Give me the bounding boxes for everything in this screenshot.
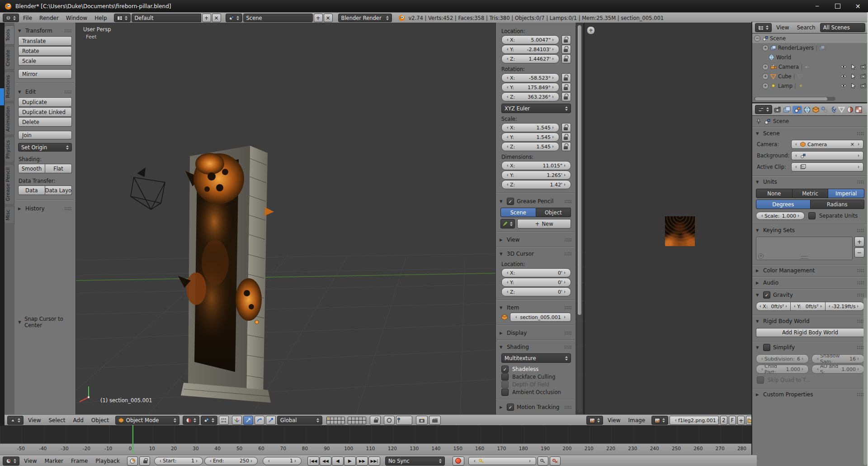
ambient-occlusion-checkbox[interactable]: [501, 389, 509, 396]
play-reverse-button[interactable]: ◀: [332, 456, 344, 466]
insert-keyframe-button[interactable]: [538, 456, 548, 466]
duplicate-button[interactable]: Duplicate: [18, 97, 72, 107]
panel-drag-dots[interactable]: [564, 252, 572, 256]
shade-smooth-button[interactable]: Smooth: [18, 164, 45, 173]
timeline-ruler[interactable]: -50-40-30-20-100102030405060708090100110…: [0, 443, 751, 455]
pivot-point-select[interactable]: [201, 416, 217, 425]
outliner-menu-view[interactable]: View: [773, 24, 792, 31]
image-name-field[interactable]: f1leg2.png.001: [670, 416, 719, 425]
item-name-field[interactable]: section_005.001: [510, 313, 571, 322]
menu-help[interactable]: Help: [91, 15, 110, 21]
simplify-panel-header[interactable]: Simplify: [752, 343, 868, 352]
tool-shelf-tab-animation[interactable]: Animation: [5, 103, 14, 135]
scene-delete-button[interactable]: ✕: [324, 14, 333, 22]
tab-modifiers-icon[interactable]: [830, 106, 836, 113]
scene-selector-icon-button[interactable]: [226, 14, 242, 22]
timeline-menu-frame[interactable]: Frame: [68, 458, 91, 464]
active-clip-field[interactable]: [791, 162, 863, 171]
manipulator-toggle[interactable]: [232, 416, 242, 425]
current-frame-field[interactable]: 1: [263, 457, 302, 465]
panel-drag-dots[interactable]: [64, 207, 72, 211]
screen-layout-field[interactable]: Default: [132, 14, 201, 22]
close-button[interactable]: ✕: [848, 0, 868, 12]
add-rigid-body-world-button[interactable]: Add Rigid Body World: [756, 328, 864, 337]
panel-drag-dots[interactable]: [857, 132, 864, 136]
layers-widget-b[interactable]: [348, 417, 366, 424]
rotation-y-field[interactable]: Y:175.849°: [501, 83, 559, 92]
custom-properties-panel-header[interactable]: Custom Properties: [752, 390, 868, 399]
collapse-toggle-icon[interactable]: −: [754, 35, 760, 42]
shading-panel-header[interactable]: Shading: [496, 342, 576, 352]
gravity-x-field[interactable]: X:0ft/s²: [756, 302, 791, 311]
transform-orientation-select[interactable]: Global: [277, 416, 322, 425]
depth-of-field-checkbox[interactable]: [501, 381, 509, 388]
tool-shelf-tab-physics[interactable]: Physics: [5, 137, 14, 162]
cursor-3d-panel-header[interactable]: 3D Cursor: [496, 249, 576, 258]
visibility-eye-icon[interactable]: [840, 74, 847, 78]
separate-units-checkbox[interactable]: [808, 212, 816, 219]
outliner-row-scene[interactable]: − Scene: [752, 33, 868, 43]
layer-cell[interactable]: [348, 421, 351, 424]
layer-cell[interactable]: [355, 417, 359, 420]
expand-toggle-icon[interactable]: +: [762, 73, 769, 80]
viewport-menu-view[interactable]: View: [25, 417, 44, 423]
tool-shelf-tab-misc[interactable]: Misc: [5, 206, 14, 224]
location-x-field[interactable]: X:5.0047": [501, 35, 559, 44]
unit-degrees-button[interactable]: Degrees: [756, 200, 811, 209]
backface-culling-checkbox[interactable]: [501, 373, 509, 380]
gravity-y-field[interactable]: Y:0ft/s²: [791, 302, 825, 311]
shading-mode-select[interactable]: Multitexture: [501, 353, 571, 363]
auto-keyframe-toggle[interactable]: [453, 456, 464, 466]
info-editor-type-button[interactable]: i: [3, 14, 19, 22]
simplify-checkbox[interactable]: [763, 344, 770, 351]
data-transfer-data-button[interactable]: Data: [18, 185, 45, 195]
tab-render-layers-icon[interactable]: [783, 106, 791, 113]
viewport-3d[interactable]: User Persp Feet (1) section_005.001 Loca…: [76, 23, 583, 414]
manipulator-rotate-button[interactable]: [255, 416, 264, 425]
selectability-cursor-icon[interactable]: [851, 83, 856, 89]
timeline-menu-marker[interactable]: Marker: [41, 458, 66, 464]
scale-button[interactable]: Scale: [18, 56, 72, 66]
lock-icon[interactable]: [561, 123, 571, 132]
layer-cell[interactable]: [330, 417, 334, 420]
play-button[interactable]: ▶: [344, 456, 356, 466]
rigid-body-world-panel-header[interactable]: Rigid Body World: [752, 317, 868, 326]
visibility-eye-icon[interactable]: [840, 65, 847, 69]
tab-material-icon[interactable]: [847, 106, 854, 113]
duplicate-linked-button[interactable]: Duplicate Linked: [18, 107, 72, 117]
grease-pencil-panel-header[interactable]: Grease Pencil: [496, 197, 576, 206]
display-panel-header[interactable]: Display: [496, 328, 576, 338]
transform-panel-header[interactable]: Transform: [14, 26, 75, 35]
layer-cell[interactable]: [359, 417, 362, 420]
timeline-menu-playback[interactable]: Playback: [92, 458, 123, 464]
properties-scrollbar[interactable]: [863, 298, 867, 465]
keying-set-remove-button[interactable]: −: [854, 247, 864, 257]
current-frame-line[interactable]: [132, 425, 133, 454]
expand-toggle-icon[interactable]: +: [762, 83, 769, 89]
timeline-menu-view[interactable]: View: [21, 458, 40, 464]
layer-cell[interactable]: [334, 417, 337, 420]
panel-drag-dots[interactable]: [857, 228, 864, 233]
frame-start-field[interactable]: Start:1: [154, 457, 203, 465]
mode-select[interactable]: Object Mode: [115, 416, 179, 425]
layer-cell[interactable]: [334, 421, 337, 424]
renderability-camera-icon[interactable]: [860, 83, 866, 88]
tab-world-icon[interactable]: [804, 106, 811, 113]
render-opengl-anim-button[interactable]: [429, 416, 441, 425]
pivot-align-toggle[interactable]: [219, 416, 229, 425]
minimize-button[interactable]: ─: [807, 0, 827, 12]
delete-button[interactable]: Delete: [18, 117, 72, 127]
sync-mode-select[interactable]: No Sync: [385, 456, 445, 466]
dimensions-y-field[interactable]: Y:1.265': [501, 171, 571, 180]
item-panel-header[interactable]: Item: [496, 303, 576, 312]
image-users-button[interactable]: 2: [720, 416, 727, 425]
color-management-panel-header[interactable]: Color Management: [752, 266, 868, 275]
panel-drag-dots[interactable]: [564, 306, 572, 310]
rotate-button[interactable]: Rotate: [18, 46, 72, 56]
image-editor-type-button[interactable]: [586, 416, 603, 425]
translate-button[interactable]: Translate: [18, 36, 72, 46]
region-expand-button[interactable]: +: [587, 26, 595, 34]
manipulator-scale-button[interactable]: [266, 416, 276, 425]
jump-to-end-button[interactable]: ▶▶|: [368, 456, 380, 466]
unit-metric-button[interactable]: Metric: [793, 189, 829, 198]
